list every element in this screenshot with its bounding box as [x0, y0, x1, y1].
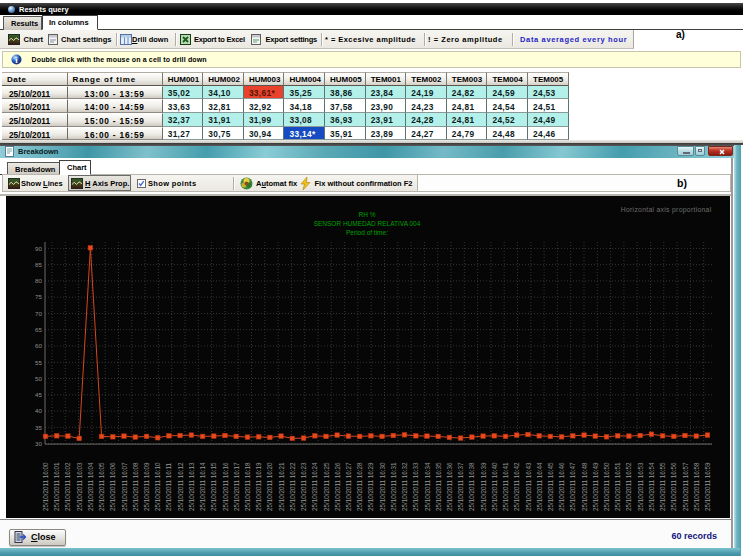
svg-text:30: 30 — [35, 440, 42, 447]
svg-text:25/10/2011 16:05: 25/10/2011 16:05 — [98, 462, 105, 511]
svg-text:25/10/2011 16:48: 25/10/2011 16:48 — [581, 462, 588, 511]
svg-text:25/10/2011 16:24: 25/10/2011 16:24 — [311, 462, 318, 511]
svg-text:50: 50 — [35, 375, 42, 382]
svg-text:25/10/2011 16:52: 25/10/2011 16:52 — [625, 462, 632, 511]
svg-text:25/10/2011 16:10: 25/10/2011 16:10 — [154, 462, 161, 511]
svg-text:25/10/2011 16:55: 25/10/2011 16:55 — [659, 462, 666, 511]
svg-text:25/10/2011 16:21: 25/10/2011 16:21 — [278, 462, 285, 511]
svg-text:90: 90 — [35, 245, 42, 252]
svg-text:70: 70 — [35, 310, 42, 317]
svg-text:25/10/2011 16:12: 25/10/2011 16:12 — [177, 462, 184, 511]
svg-text:85: 85 — [35, 261, 42, 268]
svg-text:25/10/2011 16:45: 25/10/2011 16:45 — [547, 462, 554, 511]
svg-text:25/10/2011 16:51: 25/10/2011 16:51 — [614, 462, 621, 511]
svg-text:25/10/2011 16:19: 25/10/2011 16:19 — [255, 462, 262, 511]
svg-text:25/10/2011 16:47: 25/10/2011 16:47 — [569, 462, 576, 511]
svg-text:25/10/2011 16:26: 25/10/2011 16:26 — [334, 462, 341, 511]
svg-text:40: 40 — [35, 407, 42, 414]
svg-text:SENSOR HUMEDAD RELATIVA 004: SENSOR HUMEDAD RELATIVA 004 — [314, 220, 421, 227]
svg-text:25/10/2011 16:53: 25/10/2011 16:53 — [637, 462, 644, 511]
svg-text:25/10/2011 16:00: 25/10/2011 16:00 — [42, 462, 49, 511]
svg-text:25/10/2011 16:32: 25/10/2011 16:32 — [401, 462, 408, 511]
svg-text:25/10/2011 16:18: 25/10/2011 16:18 — [244, 462, 251, 511]
svg-text:25/10/2011 16:56: 25/10/2011 16:56 — [670, 462, 677, 511]
svg-text:25/10/2011 16:38: 25/10/2011 16:38 — [468, 462, 475, 511]
svg-text:25/10/2011 16:16: 25/10/2011 16:16 — [222, 462, 229, 511]
svg-text:25/10/2011 16:14: 25/10/2011 16:14 — [199, 462, 206, 511]
svg-text:25/10/2011 16:46: 25/10/2011 16:46 — [558, 462, 565, 511]
svg-text:25/10/2011 16:50: 25/10/2011 16:50 — [603, 462, 610, 511]
svg-text:25/10/2011 16:40: 25/10/2011 16:40 — [491, 462, 498, 511]
svg-text:25/10/2011 16:03: 25/10/2011 16:03 — [76, 462, 83, 511]
svg-text:25/10/2011 16:33: 25/10/2011 16:33 — [412, 462, 419, 511]
svg-text:80: 80 — [35, 277, 42, 284]
svg-text:25/10/2011 16:44: 25/10/2011 16:44 — [536, 462, 543, 511]
svg-text:25/10/2011 16:23: 25/10/2011 16:23 — [300, 462, 307, 511]
svg-text:Horizontal axis proportional: Horizontal axis proportional — [621, 206, 712, 214]
svg-text:25/10/2011 16:08: 25/10/2011 16:08 — [132, 462, 139, 511]
svg-text:25/10/2011 16:17: 25/10/2011 16:17 — [233, 462, 240, 511]
svg-text:25/10/2011 16:59: 25/10/2011 16:59 — [704, 462, 711, 511]
svg-text:25/10/2011 16:04: 25/10/2011 16:04 — [87, 462, 94, 511]
svg-text:55: 55 — [35, 359, 42, 366]
svg-text:25/10/2011 16:30: 25/10/2011 16:30 — [379, 462, 386, 511]
svg-text:25/10/2011 16:07: 25/10/2011 16:07 — [121, 462, 128, 511]
svg-text:25/10/2011 16:29: 25/10/2011 16:29 — [367, 462, 374, 511]
svg-text:25/10/2011 16:42: 25/10/2011 16:42 — [513, 462, 520, 511]
svg-text:25/10/2011 16:57: 25/10/2011 16:57 — [682, 462, 689, 511]
svg-text:25/10/2011 16:54: 25/10/2011 16:54 — [648, 462, 655, 511]
svg-text:60: 60 — [35, 342, 42, 349]
svg-text:25/10/2011 16:22: 25/10/2011 16:22 — [289, 462, 296, 511]
svg-text:25/10/2011 16:27: 25/10/2011 16:27 — [345, 462, 352, 511]
svg-text:RH %: RH % — [359, 211, 376, 218]
svg-text:75: 75 — [35, 293, 42, 300]
svg-text:25/10/2011 16:34: 25/10/2011 16:34 — [424, 462, 431, 511]
svg-text:25/10/2011 16:01: 25/10/2011 16:01 — [53, 462, 60, 511]
svg-text:25/10/2011 16:36: 25/10/2011 16:36 — [446, 462, 453, 511]
svg-text:25/10/2011 16:15: 25/10/2011 16:15 — [210, 462, 217, 511]
svg-text:25/10/2011 16:13: 25/10/2011 16:13 — [188, 462, 195, 511]
svg-text:25/10/2011 16:28: 25/10/2011 16:28 — [356, 462, 363, 511]
svg-text:25/10/2011 16:06: 25/10/2011 16:06 — [109, 462, 116, 511]
svg-text:25/10/2011 16:58: 25/10/2011 16:58 — [693, 462, 700, 511]
svg-text:25/10/2011 16:25: 25/10/2011 16:25 — [323, 462, 330, 511]
svg-text:65: 65 — [35, 326, 42, 333]
svg-text:25/10/2011 16:37: 25/10/2011 16:37 — [457, 462, 464, 511]
svg-text:25/10/2011 16:20: 25/10/2011 16:20 — [266, 462, 273, 511]
svg-text:25/10/2011 16:43: 25/10/2011 16:43 — [525, 462, 532, 511]
svg-text:25/10/2011 16:35: 25/10/2011 16:35 — [435, 462, 442, 511]
svg-text:25/10/2011 16:49: 25/10/2011 16:49 — [592, 462, 599, 511]
svg-text:45: 45 — [35, 391, 42, 398]
svg-text:25/10/2011 16:11: 25/10/2011 16:11 — [165, 462, 172, 511]
svg-text:25/10/2011 16:09: 25/10/2011 16:09 — [143, 462, 150, 511]
svg-text:35: 35 — [35, 424, 42, 431]
svg-text:25/10/2011 16:31: 25/10/2011 16:31 — [390, 462, 397, 511]
svg-text:25/10/2011 16:39: 25/10/2011 16:39 — [480, 462, 487, 511]
svg-text:25/10/2011 16:41: 25/10/2011 16:41 — [502, 462, 509, 511]
svg-text:25/10/2011 16:02: 25/10/2011 16:02 — [64, 462, 71, 511]
svg-text:Period of time:: Period of time: — [346, 229, 388, 236]
